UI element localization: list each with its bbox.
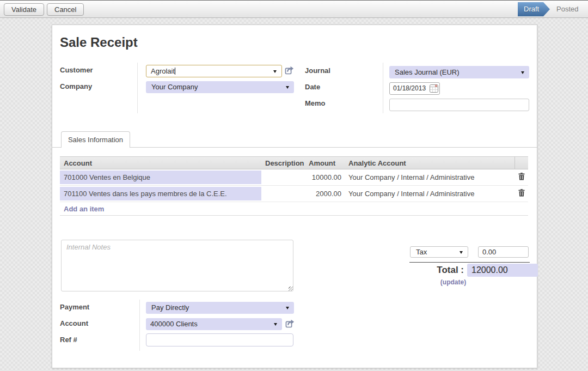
tax-select[interactable]: Tax: [410, 246, 468, 258]
delete-row-icon[interactable]: [518, 189, 525, 197]
cell-description[interactable]: [261, 169, 309, 186]
cell-amount[interactable]: 10000.00: [309, 169, 345, 186]
journal-select[interactable]: Sales Journal (EUR): [389, 66, 529, 78]
group-separator-bottom: [139, 300, 140, 351]
date-label: Date: [305, 83, 320, 91]
table-row[interactable]: 701100 Ventes dans les pays membres de l…: [60, 186, 528, 202]
tab-sales-information[interactable]: Sales Information: [61, 131, 130, 148]
chevron-down-icon: [274, 323, 277, 326]
cell-amount[interactable]: 2000.00: [309, 186, 345, 202]
internal-notes-textarea[interactable]: [61, 240, 293, 291]
status-draft[interactable]: Draft: [518, 2, 550, 16]
chevron-down-icon: [521, 71, 524, 74]
delete-row-icon[interactable]: [518, 173, 525, 180]
company-label: Company: [60, 82, 92, 90]
ref-label: Ref #: [60, 336, 77, 344]
lines-table: Account Description Amount Analytic Acco…: [60, 156, 528, 216]
col-description[interactable]: Description: [261, 156, 309, 169]
calendar-icon[interactable]: [430, 84, 438, 93]
cell-analytic[interactable]: Your Company / Internal / Administrative: [345, 186, 514, 202]
account-label: Account: [60, 319, 88, 327]
payment-label: Payment: [60, 303, 89, 311]
chevron-down-icon: [286, 307, 289, 309]
chevron-down-icon: [460, 251, 463, 254]
add-an-item-link[interactable]: Add an item: [60, 202, 528, 216]
status-posted[interactable]: Posted: [556, 5, 578, 14]
ref-input[interactable]: [146, 333, 293, 346]
open-record-icon[interactable]: [284, 65, 294, 75]
customer-input[interactable]: Agrolait: [146, 65, 282, 77]
update-link[interactable]: (update): [416, 278, 490, 286]
toolbar: Validate Cancel: [0, 0, 588, 18]
total-separator: [409, 262, 530, 263]
group-separator-right: [383, 63, 383, 113]
date-input[interactable]: 01/18/2013: [389, 82, 440, 95]
cell-account[interactable]: 701100 Ventes dans les pays membres de l…: [60, 186, 261, 202]
total-label: Total :: [381, 265, 464, 276]
validate-button[interactable]: Validate: [4, 3, 44, 16]
customer-label: Customer: [60, 66, 93, 74]
account-select[interactable]: 400000 Clients: [146, 318, 282, 330]
text-caret: [175, 68, 175, 75]
total-value: 12000.00: [467, 264, 538, 277]
memo-input[interactable]: [389, 99, 529, 111]
col-account[interactable]: Account: [60, 156, 261, 169]
table-row[interactable]: 701000 Ventes en Belgique 10000.00 Your …: [60, 169, 528, 186]
open-record-icon[interactable]: [285, 319, 295, 329]
cell-analytic[interactable]: Your Company / Internal / Administrative: [345, 169, 514, 186]
chevron-down-icon[interactable]: [273, 70, 277, 73]
col-amount[interactable]: Amount: [309, 156, 345, 169]
cancel-button[interactable]: Cancel: [47, 3, 84, 16]
page-title: Sale Receipt: [60, 35, 138, 50]
table-header-row: Account Description Amount Analytic Acco…: [60, 156, 528, 169]
company-select[interactable]: Your Company: [146, 81, 294, 93]
journal-label: Journal: [305, 66, 330, 75]
tax-amount-input[interactable]: 0.00: [478, 246, 529, 258]
group-separator-left: [137, 63, 138, 113]
cell-account[interactable]: 701000 Ventes en Belgique: [60, 169, 261, 186]
payment-select[interactable]: Pay Directly: [146, 302, 294, 314]
cell-description[interactable]: [261, 186, 309, 202]
col-analytic[interactable]: Analytic Account: [345, 156, 514, 169]
chevron-down-icon: [286, 86, 289, 89]
resize-grip[interactable]: [289, 287, 293, 291]
memo-label: Memo: [305, 99, 326, 107]
col-delete: [514, 156, 528, 169]
